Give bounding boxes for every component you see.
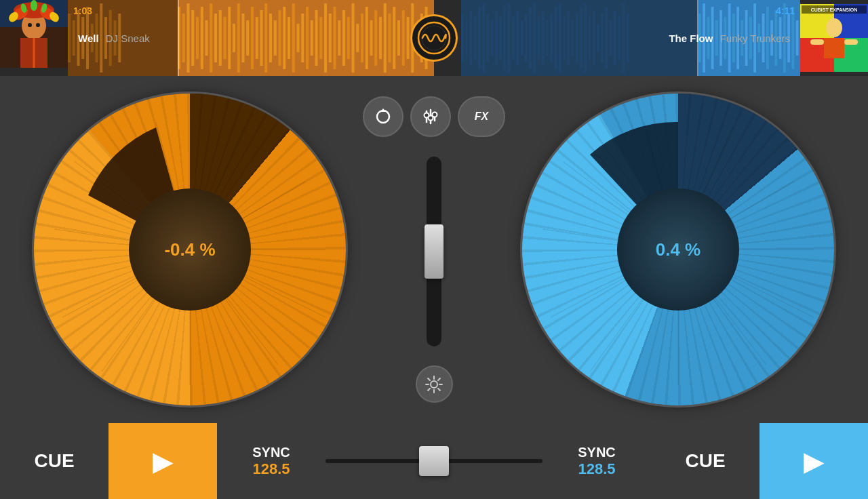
svg-rect-51 <box>288 17 290 59</box>
left-sync-label: SYNC <box>252 445 290 460</box>
left-pitch-value: -0.4 % <box>164 239 215 260</box>
svg-rect-76 <box>402 10 405 66</box>
crossfader-track[interactable] <box>427 157 441 346</box>
svg-rect-109 <box>563 17 566 59</box>
svg-rect-64 <box>347 17 350 59</box>
svg-rect-103 <box>538 17 540 59</box>
settings-button[interactable] <box>416 365 453 403</box>
right-album-art[interactable]: CUBIST EXPANSION <box>800 4 868 72</box>
svg-text:CUBIST EXPANSION: CUBIST EXPANSION <box>811 7 858 12</box>
right-play-button[interactable]: ▶ <box>760 423 868 499</box>
bottom-bar: CUE ▶ SYNC 128.5 SYNC 128.5 CUE ▶ <box>0 423 868 499</box>
svg-rect-46 <box>264 3 267 73</box>
h-crossfader-track[interactable] <box>326 459 542 463</box>
svg-rect-110 <box>567 10 570 66</box>
svg-rect-56 <box>311 20 313 56</box>
svg-rect-39 <box>233 24 235 52</box>
svg-rect-37 <box>224 17 226 59</box>
svg-rect-28 <box>182 14 185 62</box>
svg-rect-107 <box>555 7 557 69</box>
left-deck: -0.4 % <box>0 76 380 423</box>
eq-button[interactable] <box>410 96 451 137</box>
left-time: 1:03 <box>73 5 92 16</box>
svg-rect-15 <box>68 14 71 62</box>
svg-rect-106 <box>550 14 553 62</box>
svg-rect-57 <box>315 10 318 66</box>
svg-rect-62 <box>338 20 340 56</box>
svg-rect-97 <box>512 17 515 59</box>
svg-rect-101 <box>529 7 532 69</box>
right-deck: 0.4 % <box>488 76 868 423</box>
svg-rect-120 <box>610 20 612 56</box>
left-turntable[interactable]: -0.4 % <box>34 94 346 405</box>
svg-rect-108 <box>559 3 561 73</box>
svg-rect-69 <box>370 20 373 56</box>
svg-rect-48 <box>274 20 277 56</box>
svg-rect-50 <box>283 7 285 69</box>
svg-rect-54 <box>301 14 304 62</box>
svg-rect-42 <box>246 20 249 56</box>
right-bpm: 128.5 <box>578 460 615 478</box>
logo-circle <box>410 14 458 62</box>
right-track-artist: Funky Trunkers <box>720 33 790 44</box>
svg-rect-91 <box>487 14 490 62</box>
svg-rect-35 <box>214 14 217 62</box>
svg-rect-68 <box>366 7 368 69</box>
right-sync-button[interactable]: SYNC 128.5 <box>542 423 651 499</box>
sync-button[interactable] <box>363 96 403 137</box>
svg-rect-73 <box>389 14 391 62</box>
svg-rect-40 <box>237 3 240 73</box>
svg-rect-99 <box>521 20 524 56</box>
left-sync-button[interactable]: SYNC 128.5 <box>217 423 326 499</box>
svg-rect-29 <box>187 3 190 73</box>
svg-rect-102 <box>533 3 536 73</box>
svg-rect-87 <box>470 10 473 66</box>
svg-rect-41 <box>242 14 245 62</box>
svg-rect-156 <box>810 39 824 45</box>
svg-rect-45 <box>260 10 263 66</box>
svg-rect-59 <box>324 3 327 73</box>
svg-rect-86 <box>465 20 468 56</box>
svg-point-154 <box>826 18 842 37</box>
svg-rect-94 <box>499 17 502 59</box>
svg-rect-122 <box>618 17 620 59</box>
left-play-icon: ▶ <box>153 445 174 477</box>
left-album-art[interactable] <box>0 0 68 68</box>
svg-line-184 <box>438 388 440 391</box>
svg-rect-47 <box>269 14 272 62</box>
svg-rect-75 <box>397 20 400 56</box>
top-bar: 1:03 Well DJ Sneak <box>0 0 868 76</box>
left-cue-button[interactable]: CUE <box>0 423 108 499</box>
svg-line-185 <box>438 378 440 380</box>
svg-rect-95 <box>504 7 507 69</box>
svg-rect-43 <box>251 7 254 69</box>
svg-rect-63 <box>342 10 345 66</box>
svg-rect-105 <box>546 20 549 56</box>
svg-point-8 <box>31 0 37 11</box>
left-play-button[interactable]: ▶ <box>108 423 217 499</box>
control-buttons-row: FX <box>363 96 505 137</box>
svg-rect-115 <box>589 17 591 59</box>
right-turntable[interactable]: 0.4 % <box>522 94 834 405</box>
left-track-info: Well DJ Sneak <box>78 33 150 44</box>
svg-rect-38 <box>228 7 231 69</box>
svg-rect-114 <box>584 3 587 73</box>
svg-point-12 <box>36 23 40 27</box>
svg-line-183 <box>428 378 430 380</box>
svg-rect-44 <box>256 17 258 59</box>
h-crossfader-handle[interactable] <box>419 446 449 476</box>
svg-rect-88 <box>474 17 477 59</box>
svg-rect-52 <box>292 3 295 73</box>
left-pitch-display: -0.4 % <box>129 188 251 311</box>
svg-rect-118 <box>601 14 604 62</box>
svg-rect-74 <box>393 7 395 69</box>
svg-rect-65 <box>352 3 355 73</box>
right-track-title: The Flow <box>669 33 713 44</box>
bottom-crossfader[interactable] <box>326 423 542 499</box>
svg-rect-90 <box>482 3 485 73</box>
right-cue-button[interactable]: CUE <box>651 423 760 499</box>
svg-rect-30 <box>191 10 194 66</box>
crossfader-handle[interactable] <box>425 224 443 279</box>
svg-rect-16 <box>73 20 75 56</box>
svg-rect-67 <box>361 14 363 62</box>
